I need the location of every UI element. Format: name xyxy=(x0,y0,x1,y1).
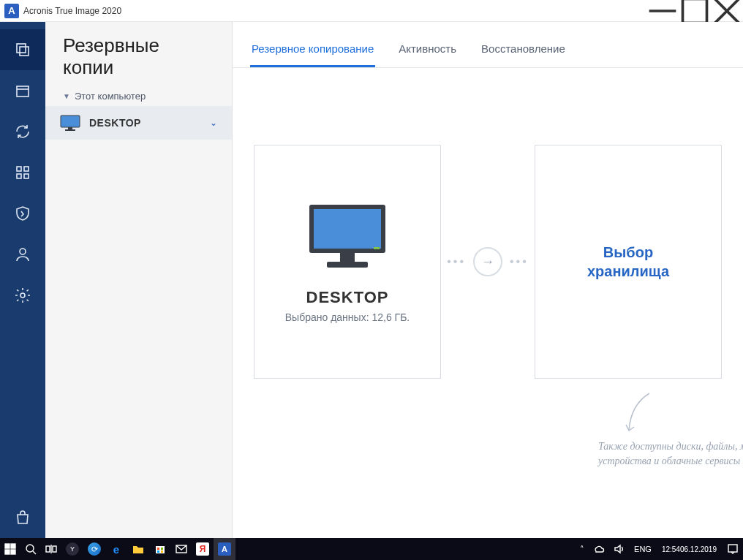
close-button[interactable] xyxy=(711,0,743,22)
content-area: Резервное копирование Активность Восстан… xyxy=(233,22,743,538)
svg-line-27 xyxy=(33,551,36,554)
destination-card[interactable]: Выбор хранилища xyxy=(535,145,722,379)
clock-date: 06.12.2019 xyxy=(680,545,717,553)
svg-rect-29 xyxy=(53,546,56,552)
power-icon: ⟳ xyxy=(91,545,98,554)
svg-rect-5 xyxy=(20,47,29,56)
taskbar-app-explorer[interactable] xyxy=(127,538,149,560)
tray-notifications[interactable] xyxy=(723,538,743,560)
maximize-button[interactable] xyxy=(679,0,711,22)
backup-item-desktop[interactable]: DESKTOP ⌄ xyxy=(45,106,232,140)
svg-rect-9 xyxy=(24,167,29,171)
monitor-icon xyxy=(303,200,391,273)
acronis-icon: A xyxy=(222,545,227,553)
nav-sync[interactable] xyxy=(0,111,45,152)
taskbar-app-edge[interactable]: e xyxy=(105,538,127,560)
tray-chevron[interactable]: ˄ xyxy=(576,538,589,560)
tab-recovery[interactable]: Восстановление xyxy=(480,35,567,67)
taskview-icon xyxy=(45,543,57,555)
svg-rect-22 xyxy=(5,544,10,548)
window-titlebar: A Acronis True Image 2020 xyxy=(0,0,743,22)
svg-rect-11 xyxy=(24,174,29,178)
taskbar-app-start[interactable]: ⟳ xyxy=(83,538,105,560)
minimize-button[interactable] xyxy=(646,0,679,22)
svg-rect-32 xyxy=(157,548,159,550)
nav-protection[interactable] xyxy=(0,193,45,234)
taskbar-app-yandex-browser[interactable]: Я xyxy=(192,538,214,560)
dots-icon: ••• xyxy=(510,255,529,268)
folder-icon xyxy=(132,543,144,555)
svg-rect-25 xyxy=(11,550,15,554)
tray-onedrive[interactable] xyxy=(589,538,609,560)
backup-item-label: DESKTOP xyxy=(89,117,210,129)
shield-icon xyxy=(14,205,31,222)
taskbar-app-yandex[interactable]: Y xyxy=(61,538,83,560)
nav-archive[interactable] xyxy=(0,70,45,111)
nav-tools[interactable] xyxy=(0,152,45,193)
source-subtitle: Выбрано данных: 12,6 ГБ. xyxy=(285,311,410,323)
taskbar-app-store[interactable] xyxy=(149,538,171,560)
taskbar-app-mail[interactable] xyxy=(171,538,192,560)
nav-settings[interactable] xyxy=(0,275,45,316)
tray-clock[interactable]: 12:54 06.12.2019 xyxy=(656,538,723,560)
monitor-icon xyxy=(60,115,80,131)
svg-rect-18 xyxy=(314,209,381,249)
source-title: DESKTOP xyxy=(306,288,389,307)
svg-rect-19 xyxy=(340,253,355,262)
stack-icon xyxy=(14,41,31,58)
backup-list-panel: Резервные копии ▼ Этот компьютер DESKTOP… xyxy=(45,22,233,538)
hint-annotation: Также доступны диски, файлы, мобильные у… xyxy=(598,419,743,468)
tray-language[interactable]: ENG xyxy=(630,538,656,560)
windows-icon xyxy=(4,543,16,555)
svg-rect-4 xyxy=(17,44,26,53)
computer-group-toggle[interactable]: ▼ Этот компьютер xyxy=(45,86,232,106)
chevron-down-icon[interactable]: ⌄ xyxy=(210,118,217,128)
svg-rect-20 xyxy=(327,262,368,268)
destination-title: Выбор хранилища xyxy=(587,243,669,281)
svg-rect-8 xyxy=(17,167,21,171)
group-label: Этот компьютер xyxy=(75,91,146,102)
tab-backup[interactable]: Резервное копирование xyxy=(250,35,375,67)
archive-icon xyxy=(14,82,31,99)
search-button[interactable] xyxy=(20,538,41,560)
nav-account[interactable] xyxy=(0,234,45,275)
svg-rect-31 xyxy=(156,546,165,553)
taskbar-app-acronis[interactable]: A xyxy=(214,538,235,560)
svg-rect-10 xyxy=(17,174,21,178)
sidebar-nav xyxy=(0,22,45,538)
gear-icon xyxy=(14,287,31,304)
grid-icon xyxy=(14,164,31,181)
lang-label: ENG xyxy=(634,545,652,553)
svg-point-26 xyxy=(26,545,34,552)
source-card[interactable]: DESKTOP Выбрано данных: 12,6 ГБ. xyxy=(254,145,441,379)
speaker-icon xyxy=(614,543,625,555)
svg-rect-37 xyxy=(728,545,737,552)
mail-icon xyxy=(176,543,187,555)
bag-icon xyxy=(14,509,31,526)
nav-store[interactable] xyxy=(0,497,45,538)
nav-backup[interactable] xyxy=(0,29,45,70)
window-title: Acronis True Image 2020 xyxy=(23,6,121,16)
start-button[interactable] xyxy=(0,538,20,560)
svg-rect-6 xyxy=(17,86,29,97)
workspace: DESKTOP Выбрано данных: 12,6 ГБ. ••• → •… xyxy=(233,68,743,538)
tray-volume[interactable] xyxy=(609,538,630,560)
user-icon xyxy=(14,246,31,263)
clock-time: 12:54 xyxy=(662,545,680,553)
notification-icon xyxy=(727,543,739,555)
cloud-icon xyxy=(593,543,605,555)
flow-connector: ••• → ••• xyxy=(441,247,535,276)
app-logo-icon: A xyxy=(4,4,19,18)
taskview-button[interactable] xyxy=(41,538,61,560)
tab-activity[interactable]: Активность xyxy=(397,35,458,67)
panel-title: Резервные копии xyxy=(45,22,232,86)
svg-rect-16 xyxy=(65,129,75,131)
store-icon xyxy=(154,543,166,555)
svg-rect-35 xyxy=(161,550,163,553)
svg-rect-21 xyxy=(374,247,380,249)
chevron-up-icon: ˄ xyxy=(580,545,584,554)
svg-rect-1 xyxy=(683,0,707,23)
sync-icon xyxy=(14,123,31,140)
svg-rect-14 xyxy=(61,116,80,127)
svg-rect-34 xyxy=(157,550,159,553)
